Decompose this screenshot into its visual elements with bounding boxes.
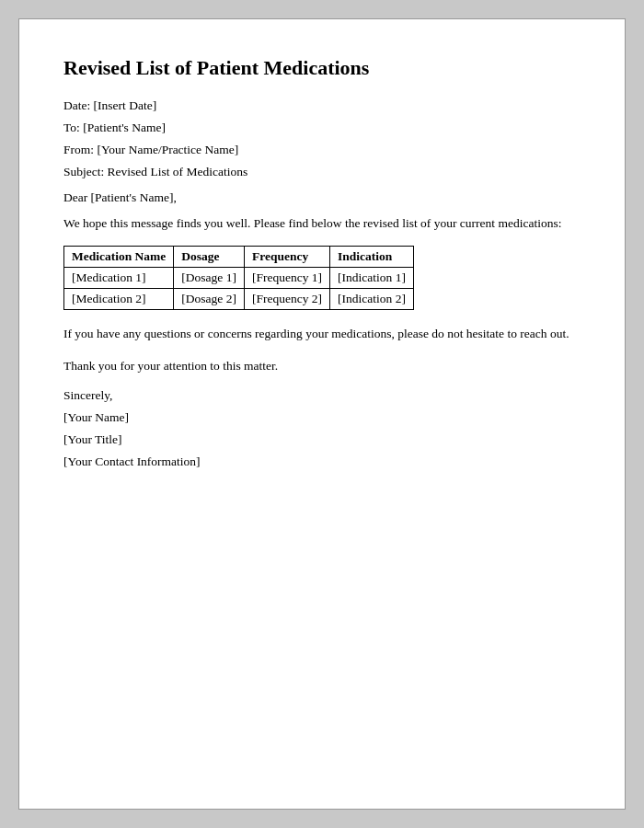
signer-name: [Your Name] — [63, 410, 581, 425]
table-cell: [Dosage 2] — [174, 289, 245, 310]
salutation: Dear [Patient's Name], — [63, 190, 581, 205]
col-header-indication: Indication — [330, 247, 414, 268]
signer-contact: [Your Contact Information] — [63, 454, 581, 469]
table-row: [Medication 1][Dosage 1][Frequency 1][In… — [64, 268, 414, 289]
table-header-row: Medication Name Dosage Frequency Indicat… — [64, 247, 414, 268]
col-header-medication: Medication Name — [64, 247, 174, 268]
closing-section: Sincerely, [Your Name] [Your Title] [You… — [63, 388, 581, 469]
subject-line: Subject: Revised List of Medications — [63, 165, 581, 179]
date-line: Date: [Insert Date] — [63, 98, 581, 113]
col-header-frequency: Frequency — [244, 247, 329, 268]
table-cell: [Frequency 1] — [244, 268, 329, 289]
table-cell: [Medication 2] — [64, 289, 174, 310]
table-cell: [Indication 1] — [330, 268, 414, 289]
intro-text: We hope this message finds you well. Ple… — [63, 214, 581, 233]
body-text-1: If you have any questions or concerns re… — [63, 325, 581, 343]
table-cell: [Dosage 1] — [174, 268, 245, 289]
table-row: [Medication 2][Dosage 2][Frequency 2][In… — [64, 289, 414, 310]
from-line: From: [Your Name/Practice Name] — [63, 143, 581, 157]
col-header-dosage: Dosage — [174, 247, 245, 268]
table-body: [Medication 1][Dosage 1][Frequency 1][In… — [64, 268, 414, 310]
body-text-2: Thank you for your attention to this mat… — [63, 357, 581, 375]
table-cell: [Frequency 2] — [244, 289, 329, 310]
page-title: Revised List of Patient Medications — [63, 56, 581, 80]
table-cell: [Medication 1] — [64, 268, 174, 289]
sign-off: Sincerely, — [63, 388, 581, 403]
medication-table: Medication Name Dosage Frequency Indicat… — [63, 246, 414, 310]
table-cell: [Indication 2] — [330, 289, 414, 310]
signer-title: [Your Title] — [63, 432, 581, 447]
document-page: Revised List of Patient Medications Date… — [18, 18, 626, 810]
to-line: To: [Patient's Name] — [63, 121, 581, 135]
